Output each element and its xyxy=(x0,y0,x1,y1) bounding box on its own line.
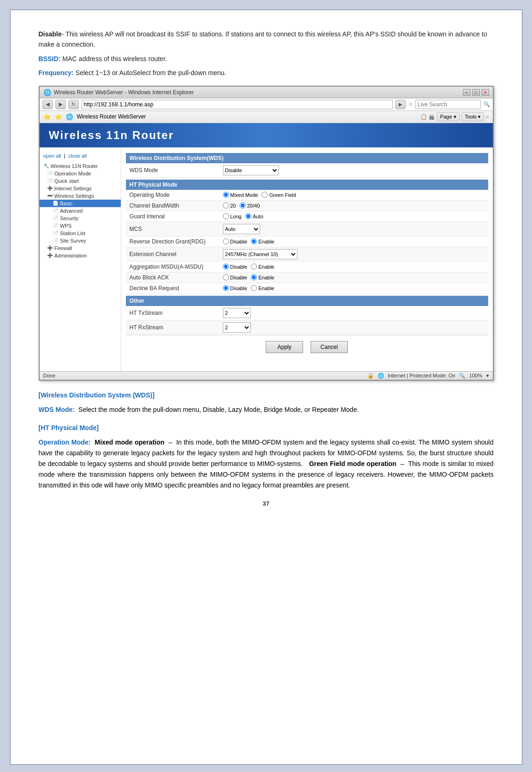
bandwidth-row: Channel BandWidth 20 20/40 xyxy=(126,200,488,211)
rx-stream-select[interactable]: 2 xyxy=(223,322,251,333)
sidebar-item-internet[interactable]: ➕ Internet Settings xyxy=(40,185,121,192)
sidebar-label-wps: WPS xyxy=(60,223,72,229)
sidebar-label-admin: Administration xyxy=(55,253,87,258)
other-header: Other xyxy=(126,296,488,306)
radio-ack-disable[interactable]: Disable xyxy=(223,274,248,280)
cancel-button[interactable]: Cancel xyxy=(311,341,348,353)
wds-header: Wireless Distribution System(WDS) xyxy=(126,153,488,163)
mcs-select[interactable]: Auto xyxy=(223,224,260,234)
search-input[interactable] xyxy=(415,100,481,109)
sidebar-item-site-survey[interactable]: 📄 Site Survey xyxy=(40,237,121,244)
tree-icon-basic: 📄 xyxy=(53,201,58,206)
radio-rdg-disable-input[interactable] xyxy=(223,238,229,244)
radio-long-input[interactable] xyxy=(223,213,229,219)
apply-button[interactable]: Apply xyxy=(266,341,303,353)
radio-ack-enable[interactable]: Enable xyxy=(251,274,274,280)
radio-green-input[interactable] xyxy=(262,192,268,198)
radio-amsdu-enable[interactable]: Enable xyxy=(251,264,274,270)
tx-stream-select[interactable]: 2 xyxy=(223,308,251,318)
radio-ba-enable-input[interactable] xyxy=(251,285,257,291)
op-mode-doc-label: Operation Mode: xyxy=(39,438,91,446)
radio-2040[interactable]: 20/40 xyxy=(240,202,260,209)
radio-mixed[interactable]: Mixed Mode xyxy=(223,192,258,198)
radio-mixed-input[interactable] xyxy=(223,192,229,198)
sidebar-item-wireless[interactable]: ➖ Wireless Settings xyxy=(40,192,121,200)
ba-row: Decline BA Request Disable Enable xyxy=(126,283,488,293)
tree-icon-firewall: ➕ xyxy=(47,245,53,250)
ext-channel-select[interactable]: 2457MHz (Channel 10) xyxy=(223,249,297,259)
radio-ba-disable[interactable]: Disable xyxy=(223,285,248,291)
toolbar-site-label: Wireless Router WebServer xyxy=(77,113,146,120)
wds-mode-doc-text: Select the mode from the pull-down menu,… xyxy=(78,406,359,413)
radio-ack-disable-input[interactable] xyxy=(223,274,229,280)
radio-rdg-enable[interactable]: Enable xyxy=(251,238,274,244)
browser-toolbar: ⭐ ⭐ 🌐 Wireless Router WebServer 📋 🖨️ Pag… xyxy=(40,111,493,123)
radio-20[interactable]: 20 xyxy=(223,202,236,209)
ext-channel-row: Extension Channel 2457MHz (Channel 10) xyxy=(126,247,488,261)
sidebar-item-operation-mode[interactable]: 📄 Operation Mode xyxy=(40,170,121,177)
zoom-icon: 🔍 xyxy=(459,373,465,379)
sidebar-item-basic[interactable]: 📄 Basic xyxy=(40,200,121,207)
search-icon[interactable]: 🔍 xyxy=(484,101,490,107)
close-button[interactable]: ✕ xyxy=(482,89,489,96)
tree-icon-survey: 📄 xyxy=(53,238,58,243)
radio-2040-input[interactable] xyxy=(240,202,246,209)
sidebar-item-advanced[interactable]: 📄 Advanced xyxy=(40,207,121,215)
page-button[interactable]: Page ▾ xyxy=(437,112,460,121)
wds-mode-row: WDS Mode Disable Lazy Mode Bridge Mode R… xyxy=(126,163,488,178)
browser-controls[interactable]: ─ □ ✕ xyxy=(463,89,489,96)
radio-rdg-enable-input[interactable] xyxy=(251,238,257,244)
sidebar-item-firewall[interactable]: ➕ Firewall xyxy=(40,244,121,252)
radio-rdg-disable[interactable]: Disable xyxy=(223,238,248,244)
close-all-link[interactable]: close all xyxy=(68,153,87,159)
sidebar-label-survey: Site Survey xyxy=(60,238,86,243)
forward-button[interactable]: ▶ xyxy=(55,100,66,109)
operating-mode-group: Mixed Mode Green Field xyxy=(223,192,484,198)
rx-stream-label: HT RxStream xyxy=(126,320,219,334)
radio-amsdu-disable-input[interactable] xyxy=(223,264,229,270)
favorites-icon: ⭐ xyxy=(43,113,51,120)
tree-icon-router: 🔧 xyxy=(43,163,49,168)
operating-mode-row: Operating Mode Mixed Mode Green Field xyxy=(126,190,488,201)
address-input[interactable] xyxy=(82,100,393,109)
radio-amsdu-disable[interactable]: Disable xyxy=(223,264,248,270)
sidebar-item-wps[interactable]: 📄 WPS xyxy=(40,222,121,230)
frequency-text: Select 1~13 or AutoSelect from the pull-… xyxy=(76,69,226,77)
reload-button[interactable]: ↻ xyxy=(69,100,79,109)
ba-group: Disable Enable xyxy=(223,285,484,291)
back-button[interactable]: ◀ xyxy=(42,100,53,109)
radio-amsdu-enable-input[interactable] xyxy=(251,264,257,270)
other-table: HT TxStream 2 HT RxStream 2 xyxy=(126,306,488,335)
rdg-row: Reverse Direction Grant(RDG) Disable Ena… xyxy=(126,236,488,247)
sidebar-item-router[interactable]: 🔧 Wireless 11N Router xyxy=(40,162,121,170)
radio-ack-enable-input[interactable] xyxy=(251,274,257,280)
go-button[interactable]: ▶ xyxy=(395,100,406,109)
radio-auto-input[interactable] xyxy=(245,213,251,219)
sidebar-item-quick-start[interactable]: 📄 Quick start xyxy=(40,177,121,185)
sidebar-label-advanced: Advanced xyxy=(60,208,83,214)
radio-green[interactable]: Green Field xyxy=(262,192,296,198)
radio-ba-enable[interactable]: Enable xyxy=(251,285,274,291)
radio-20-input[interactable] xyxy=(223,202,229,209)
sidebar-item-security[interactable]: 📄 Security xyxy=(40,215,121,222)
intro-frequency: Frequency: Select 1~13 or AutoSelect fro… xyxy=(39,68,494,78)
sidebar-item-station-list[interactable]: 📄 Station List xyxy=(40,230,121,237)
sidebar-links: open all | close all xyxy=(40,151,121,162)
radio-ba-disable-input[interactable] xyxy=(223,285,229,291)
sidebar-item-admin[interactable]: ➕ Administration xyxy=(40,252,121,259)
radio-long[interactable]: Long xyxy=(223,213,242,219)
wds-doc-section: [Wireless Distribution System (WDS)] WDS… xyxy=(39,390,494,415)
sidebar-label-station: Station List xyxy=(60,230,85,236)
amsdu-row: Aggregation MSDU(A-MSDU) Disable Enable xyxy=(126,261,488,272)
bandwidth-label: Channel BandWidth xyxy=(126,200,219,211)
tools-button[interactable]: Tools ▾ xyxy=(462,112,484,121)
minimize-button[interactable]: ─ xyxy=(463,89,470,96)
ht-header: HT Physical Mode xyxy=(126,180,488,190)
wds-mode-select[interactable]: Disable Lazy Mode Bridge Mode Repeater M… xyxy=(223,165,279,175)
browser-statusbar: Done 🔒 🌐 Internet | Protected Mode: On 🔍… xyxy=(40,371,493,380)
ht-table: Operating Mode Mixed Mode Green Field Ch… xyxy=(126,190,488,294)
radio-auto[interactable]: Auto xyxy=(245,213,263,219)
status-zone: Internet | Protected Mode: On xyxy=(388,373,456,378)
open-all-link[interactable]: open all xyxy=(43,153,62,159)
restore-button[interactable]: □ xyxy=(472,89,480,96)
